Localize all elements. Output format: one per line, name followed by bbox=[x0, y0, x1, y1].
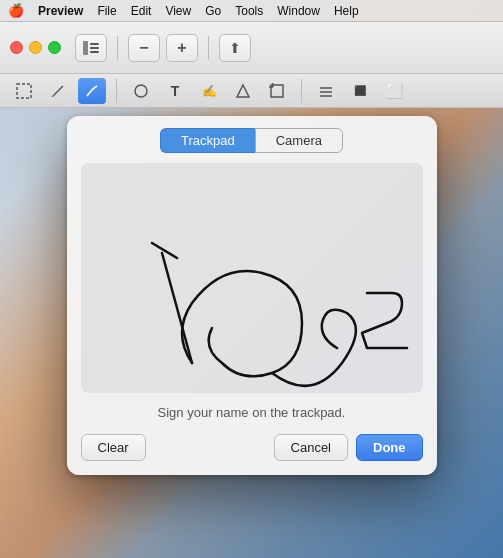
traffic-lights bbox=[10, 41, 61, 54]
toolbar-separator-4 bbox=[301, 79, 302, 103]
svg-point-5 bbox=[135, 85, 147, 97]
signature-dialog: Trackpad Camera Sign your name on the tr… bbox=[67, 116, 437, 475]
menu-bar: 🍎 Preview File Edit View Go Tools Window… bbox=[0, 0, 503, 22]
tab-trackpad[interactable]: Trackpad bbox=[160, 128, 255, 153]
menu-view[interactable]: View bbox=[165, 4, 191, 18]
menu-window[interactable]: Window bbox=[277, 4, 320, 18]
signature-tool[interactable]: ✍ bbox=[195, 78, 223, 104]
svg-rect-4 bbox=[17, 84, 31, 98]
svg-rect-0 bbox=[83, 41, 88, 55]
zoom-in-button[interactable]: + bbox=[166, 34, 198, 62]
apple-menu[interactable]: 🍎 bbox=[8, 3, 24, 18]
svg-rect-1 bbox=[90, 43, 99, 45]
main-toolbar: − + ⬆ bbox=[0, 22, 503, 74]
right-buttons: Cancel Done bbox=[274, 434, 423, 461]
signature-drawing bbox=[81, 163, 423, 393]
maximize-button[interactable] bbox=[48, 41, 61, 54]
annotation-toolbar: T ✍ ⬛ ⬜ bbox=[0, 74, 503, 108]
svg-rect-3 bbox=[90, 51, 99, 53]
input-method-tabs: Trackpad Camera bbox=[67, 116, 437, 163]
sketch-tool[interactable] bbox=[44, 78, 72, 104]
more-tool[interactable]: ⬜ bbox=[380, 78, 408, 104]
color-tool[interactable]: ⬛ bbox=[346, 78, 374, 104]
selection-tool[interactable] bbox=[10, 78, 38, 104]
sidebar-toggle-button[interactable] bbox=[75, 34, 107, 62]
done-button[interactable]: Done bbox=[356, 434, 423, 461]
crop-tool[interactable] bbox=[263, 78, 291, 104]
menu-app-name[interactable]: Preview bbox=[38, 4, 83, 18]
instruction-text: Sign your name on the trackpad. bbox=[67, 393, 437, 434]
toolbar-separator-2 bbox=[208, 36, 209, 60]
toolbar-separator-1 bbox=[117, 36, 118, 60]
svg-rect-2 bbox=[90, 47, 99, 49]
modal-area: Trackpad Camera Sign your name on the tr… bbox=[0, 108, 503, 558]
dialog-button-row: Clear Cancel Done bbox=[67, 434, 437, 475]
svg-marker-6 bbox=[237, 85, 249, 97]
menu-help[interactable]: Help bbox=[334, 4, 359, 18]
cancel-button[interactable]: Cancel bbox=[274, 434, 348, 461]
clear-button[interactable]: Clear bbox=[81, 434, 146, 461]
adjust-tool[interactable] bbox=[229, 78, 257, 104]
minimize-button[interactable] bbox=[29, 41, 42, 54]
toolbar-separator-3 bbox=[116, 79, 117, 103]
text-tool[interactable]: T bbox=[161, 78, 189, 104]
pen-tool[interactable] bbox=[78, 78, 106, 104]
close-button[interactable] bbox=[10, 41, 23, 54]
tab-camera[interactable]: Camera bbox=[255, 128, 343, 153]
menu-edit[interactable]: Edit bbox=[131, 4, 152, 18]
menu-tools[interactable]: Tools bbox=[235, 4, 263, 18]
signature-canvas[interactable] bbox=[81, 163, 423, 393]
share-button[interactable]: ⬆ bbox=[219, 34, 251, 62]
zoom-out-button[interactable]: − bbox=[128, 34, 160, 62]
menu-go[interactable]: Go bbox=[205, 4, 221, 18]
shape-tool[interactable] bbox=[127, 78, 155, 104]
border-style-tool[interactable] bbox=[312, 78, 340, 104]
menu-file[interactable]: File bbox=[97, 4, 116, 18]
